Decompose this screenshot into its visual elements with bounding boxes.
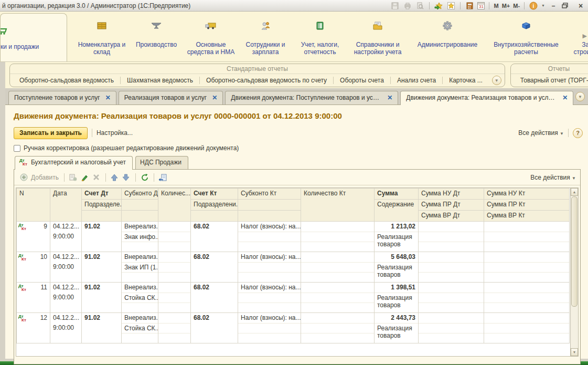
- goto-end-icon[interactable]: [157, 172, 168, 183]
- tab-goods-sale[interactable]: Реализация товаров и услуг✕: [119, 91, 223, 105]
- section-administration[interactable]: Администрирование: [408, 17, 487, 48]
- close-icon[interactable]: ✕: [387, 94, 392, 101]
- preview-icon[interactable]: [415, 2, 425, 10]
- grid-toolbar: Добавить Все действия ▼: [14, 170, 580, 185]
- edit-icon[interactable]: [79, 172, 90, 183]
- settings-button[interactable]: Настройка...: [97, 129, 133, 137]
- document-form: Движения документа: Реализация товаров и…: [5, 105, 588, 359]
- memory-recall-button[interactable]: M: [494, 3, 498, 9]
- table-row[interactable]: ДтКт9 04.12.2...9:00:00 91.02 Внереализ.…: [17, 222, 570, 252]
- table-row[interactable]: ДтКт11 04.12.2...9:00:00 91.02 Внереализ…: [17, 283, 570, 313]
- group-title: Стандартные отчеты: [10, 64, 505, 74]
- link-account-analysis[interactable]: Анализ счета: [390, 77, 442, 84]
- col-n[interactable]: N: [17, 189, 50, 222]
- chevron-down-icon: ▼: [560, 131, 564, 136]
- memory-subtract-button[interactable]: M-: [513, 3, 520, 9]
- add-button[interactable]: Добавить: [31, 174, 59, 181]
- section-tab-purchases-sales[interactable]: Покупки и продажи: [0, 13, 67, 61]
- go-favorites-icon[interactable]: [434, 2, 443, 10]
- tab-list-button[interactable]: ▼: [575, 92, 585, 101]
- col-sum-vr-kt[interactable]: Сумма ВР Кт: [484, 211, 570, 222]
- section-references[interactable]: Справочники и настройки учета: [347, 17, 408, 56]
- more-reports-button[interactable]: ▼: [492, 76, 501, 85]
- manual-adjustment-checkbox[interactable]: [14, 145, 20, 152]
- col-date[interactable]: Дата: [50, 189, 82, 222]
- col-sum-nu-dt[interactable]: Сумма НУ Дт: [419, 189, 484, 200]
- tab-vat-sales[interactable]: НДС Продажи: [135, 156, 188, 169]
- col-sum-pr-kt[interactable]: Сумма ПР Кт: [484, 200, 570, 211]
- link-chess-sheet[interactable]: Шахматная ведомость: [120, 77, 199, 84]
- folder-docs-icon: [372, 17, 383, 35]
- tab-accounting-tax[interactable]: ДтКт Бухгалтерский и налоговый учет: [15, 156, 133, 170]
- section-intercompany[interactable]: Внутрихозяйственные расчеты: [487, 17, 565, 56]
- anvil-icon: [151, 17, 162, 35]
- col-content[interactable]: Содержание: [375, 200, 419, 222]
- col-account-dt[interactable]: Счет Дт: [82, 189, 122, 200]
- col-sum-vr-dt[interactable]: Сумма ВР Дт: [419, 211, 484, 222]
- col-sum-nu-kt[interactable]: Сумма НУ Кт: [484, 189, 570, 200]
- close-icon[interactable]: ✕: [105, 94, 111, 101]
- col-subconto-dt[interactable]: Субконто Дт: [122, 189, 158, 200]
- save-close-button[interactable]: Записать и закрыть: [14, 127, 88, 139]
- memory-add-button[interactable]: M+: [502, 3, 510, 9]
- section-employees[interactable]: Сотрудники и зарплата: [238, 17, 293, 56]
- col-subdiv-dt[interactable]: Подразделе...: [82, 200, 122, 211]
- ledger-tabs: ДтКт Бухгалтерский и налоговый учет НДС …: [14, 156, 583, 169]
- info-icon[interactable]: i: [529, 2, 538, 10]
- col-sum[interactable]: Сумма: [375, 189, 419, 200]
- delete-icon[interactable]: [91, 172, 101, 183]
- col-subconto-kt2: [238, 200, 301, 211]
- section-fixed-assets[interactable]: Основные средства и НМА: [184, 17, 238, 56]
- link-card[interactable]: Карточка ...: [442, 77, 489, 84]
- col-qty-dt[interactable]: Количес...: [158, 189, 191, 222]
- tab-movements-receipt[interactable]: Движения документа: Поступление товаров …: [225, 91, 398, 105]
- group-reports: Отчеты Товарный отчет (ТОРГ-29): [510, 64, 588, 87]
- section-nomenclature[interactable]: Номенклатура и склад: [74, 17, 129, 56]
- vertical-scrollbar[interactable]: ▲ ▼: [570, 188, 578, 356]
- minimize-button[interactable]: –: [548, 2, 559, 9]
- tab-movements-sale[interactable]: Движения документа: Реализация товаров и…: [400, 91, 573, 105]
- col-subconto-kt[interactable]: Субконто Кт: [238, 189, 301, 200]
- section-production[interactable]: Производство: [129, 17, 184, 48]
- copy-icon[interactable]: [68, 172, 78, 183]
- group-title: Отчеты: [511, 64, 588, 74]
- link-turnover-balance-sheet[interactable]: Оборотно-сальдовая ведомость: [13, 77, 120, 84]
- crate-icon: [97, 17, 107, 35]
- scroll-down-icon[interactable]: ▼: [571, 348, 578, 356]
- restore-button[interactable]: [562, 3, 572, 8]
- grid-all-actions-button[interactable]: Все действия ▼: [530, 174, 576, 181]
- calendar-icon[interactable]: 31: [477, 2, 485, 9]
- print-icon[interactable]: [403, 2, 412, 10]
- refresh-icon[interactable]: [139, 172, 149, 183]
- gear-icon: [443, 17, 452, 35]
- col-sum-pr-dt[interactable]: Сумма ПР Дт: [419, 200, 484, 211]
- close-icon[interactable]: ✕: [212, 94, 217, 101]
- page-title: Движения документа: Реализация товаров и…: [14, 111, 583, 120]
- col-account-kt[interactable]: Счет Кт: [191, 189, 238, 200]
- link-turnover-balance-by-account[interactable]: Оборотно-сальдовая ведомость по счету: [199, 77, 333, 84]
- add-icon[interactable]: [18, 172, 29, 183]
- ribbon-scroll-right-icon[interactable]: ▶: [583, 33, 587, 39]
- add-favorite-icon[interactable]: [446, 2, 456, 10]
- close-icon[interactable]: ✕: [562, 94, 568, 101]
- document-tabs: Поступление товаров и услуг✕ Реализация …: [5, 88, 588, 105]
- move-down-icon[interactable]: [121, 172, 131, 183]
- move-up-icon[interactable]: [109, 172, 120, 183]
- all-actions-button[interactable]: Все действия ▼: [518, 129, 564, 137]
- col-qty-kt[interactable]: Количество Кт: [301, 189, 375, 222]
- tab-goods-receipt[interactable]: Поступление товаров и услуг✕: [8, 91, 116, 105]
- calculator-icon[interactable]: [465, 2, 474, 10]
- group-standard-reports: Стандартные отчеты Оборотно-сальдовая ве…: [9, 64, 505, 87]
- table-row[interactable]: ДтКт12 04.12.2...9:00:00 91.02 Внереализ…: [17, 313, 570, 343]
- link-account-turnovers[interactable]: Обороты счета: [333, 77, 390, 84]
- link-goods-report-torg29[interactable]: Товарный отчет (ТОРГ-29): [514, 77, 588, 84]
- col-subdiv-kt[interactable]: Подразделени...: [191, 200, 238, 211]
- section-accounting[interactable]: Учет, налоги, отчетность: [293, 17, 347, 56]
- help-button[interactable]: ?: [573, 128, 583, 138]
- scroll-up-icon[interactable]: ▲: [571, 188, 578, 196]
- table-row[interactable]: ДтКт10 04.12.2...9:00:00 91.02 Внереализ…: [17, 252, 570, 283]
- save-icon[interactable]: [390, 2, 400, 10]
- scrollbar-thumb[interactable]: [571, 196, 578, 307]
- close-button[interactable]: ×: [575, 2, 586, 10]
- info-dropdown-icon[interactable]: ▼: [541, 4, 545, 7]
